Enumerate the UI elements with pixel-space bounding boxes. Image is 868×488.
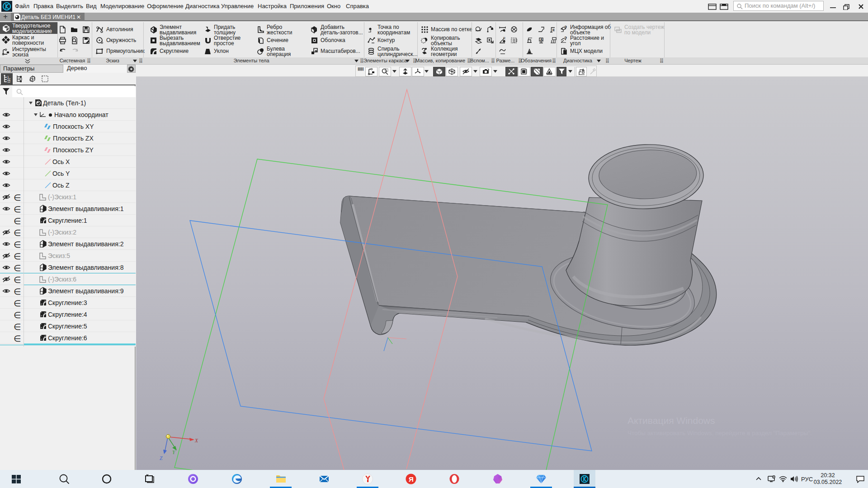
svg-text:Я: Я xyxy=(409,475,414,483)
svg-text:E: E xyxy=(552,28,555,32)
svg-text:?: ? xyxy=(564,25,567,30)
svg-text:?: ? xyxy=(564,36,567,41)
svg-text:Z: Z xyxy=(160,455,163,461)
svg-text:12: 12 xyxy=(7,80,11,83)
svg-text:Чтобы активировать Windows, пе: Чтобы активировать Windows, перейдите в … xyxy=(627,430,812,436)
svg-text:Активация Windows: Активация Windows xyxy=(627,415,715,426)
svg-text:A: A xyxy=(540,38,542,41)
svg-text:R: R xyxy=(503,37,505,40)
svg-text:X: X xyxy=(194,438,198,443)
